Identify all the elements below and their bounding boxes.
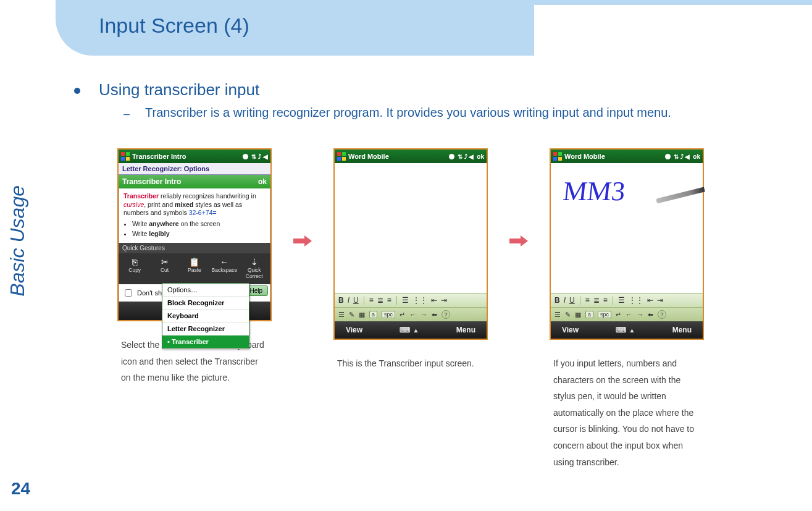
space-button[interactable]: spc <box>598 311 611 318</box>
left-arrow-icon[interactable]: ← <box>626 311 632 318</box>
bullet-heading-row: Using transcriber input <box>74 80 812 99</box>
menu-softkey[interactable]: Menu <box>456 326 475 334</box>
align-left-icon[interactable]: ≡ <box>585 296 590 305</box>
backspace-icon[interactable]: ⬅ <box>648 311 653 319</box>
right-arrow-icon[interactable]: → <box>637 311 643 318</box>
titlebar-1: Transcriber Intro ⇅ ⤴ ◀ <box>119 150 270 163</box>
outdent-icon[interactable]: ⇤ <box>431 296 437 305</box>
enter-icon[interactable]: ↵ <box>400 311 405 319</box>
keyboard-icon[interactable]: ⌨ <box>616 326 626 334</box>
align-center-icon[interactable]: ≣ <box>377 296 383 305</box>
input-arrow-icon[interactable]: ▲ <box>412 327 419 334</box>
outdent-icon[interactable]: ⇤ <box>647 296 653 305</box>
menu-softkey[interactable]: Menu <box>672 326 692 334</box>
titlebar-2-text: Word Mobile <box>348 153 389 160</box>
status-icons: ⇅ ⤴ ◀ <box>243 153 268 160</box>
underline-button[interactable]: U <box>353 296 359 305</box>
green-header-ok[interactable]: ok <box>258 177 267 186</box>
mode-a-button[interactable]: a <box>585 311 593 318</box>
popup-keyboard[interactable]: Keyboard <box>162 310 249 323</box>
bold-button[interactable]: B <box>338 296 344 305</box>
gesture-back-icon: ← <box>211 257 237 267</box>
left-arrow-icon[interactable]: ← <box>409 311 416 318</box>
list-bullet-icon[interactable]: ⋮⋮ <box>629 296 643 305</box>
gestures-row: ⎘Copy ✂Cut 📋Paste ←Backspace ⇣Quick Corr… <box>119 253 270 284</box>
ok-button[interactable]: ok <box>477 153 484 160</box>
gesture-cut[interactable]: ✂Cut <box>152 257 178 279</box>
tool-icon[interactable]: ☰ <box>338 311 345 319</box>
keyboard-icon[interactable]: ⌨ <box>400 326 410 334</box>
bold-button[interactable]: B <box>555 296 560 305</box>
handwriting-sample: MM3 <box>561 175 627 207</box>
gestures-header: Quick Gestures <box>119 243 270 253</box>
tool-icon[interactable]: ✎ <box>565 311 571 319</box>
intro-bullet-1: Write anywhere on the screen <box>132 220 266 229</box>
tool-icon[interactable]: ☰ <box>555 311 561 319</box>
intro-b1-seg: Write <box>132 220 149 227</box>
gesture-backspace[interactable]: ←Backspace <box>211 257 237 279</box>
sub-titlebar: Letter Recognizer: Options <box>119 163 270 175</box>
underline-button[interactable]: U <box>569 296 575 305</box>
page-number: 24 <box>11 479 30 499</box>
intro-word-mixed: mixed <box>175 201 193 208</box>
dont-show-row: Don't sh Options… Block Recognizer Keybo… <box>119 284 270 302</box>
gesture-label: Cut <box>161 267 169 273</box>
format-toolbar: B I U ≡ ≣ ≡ ☰ ⋮⋮ ⇤ ⇥ <box>335 293 487 307</box>
arrow-2 <box>488 148 550 334</box>
enter-icon[interactable]: ↵ <box>616 311 621 319</box>
ok-button[interactable]: ok <box>693 153 700 160</box>
gesture-cut-icon: ✂ <box>152 257 178 267</box>
align-right-icon[interactable]: ≡ <box>603 296 608 305</box>
space-button[interactable]: spc <box>382 311 395 318</box>
gesture-copy-icon: ⎘ <box>122 257 148 267</box>
align-center-icon[interactable]: ≣ <box>593 296 600 305</box>
align-right-icon[interactable]: ≡ <box>387 296 391 305</box>
screenshot-3: Word Mobile ⇅ ⤴ ◀ ok MM3 B I U ≡ ≣ ≡ <box>550 148 704 470</box>
popup-block-recognizer[interactable]: Block Recognizer <box>162 297 249 310</box>
gesture-quick-correct[interactable]: ⇣Quick Correct <box>241 257 267 279</box>
list-bullet-icon[interactable]: ⋮⋮ <box>412 296 427 305</box>
gesture-paste-icon: 📋 <box>182 257 207 267</box>
windows-flag-icon <box>337 152 346 161</box>
view-softkey[interactable]: View <box>562 326 579 334</box>
document-area-handwriting[interactable]: MM3 <box>551 163 703 293</box>
intro-text: Transcriber reliably recognizes handwrit… <box>119 188 270 243</box>
tool-icon[interactable]: ▦ <box>359 311 365 319</box>
list-number-icon[interactable]: ☰ <box>402 296 409 305</box>
green-header-title: Transcriber Intro <box>122 177 181 186</box>
sub-dash-icon: – <box>123 106 130 122</box>
status-icons: ⇅ ⤴ ◀ ok <box>665 153 700 160</box>
green-header: Transcriber Intro ok <box>119 175 270 188</box>
dont-show-label: Don't sh <box>137 289 162 297</box>
separator-icon <box>580 296 580 305</box>
gesture-copy[interactable]: ⎘Copy <box>122 257 148 279</box>
popup-options[interactable]: Options… <box>162 284 249 297</box>
help-icon[interactable]: ? <box>442 310 450 319</box>
right-arrow-icon[interactable]: → <box>421 311 427 318</box>
signal-dot-icon <box>449 154 454 159</box>
page-title: Input Screen (4) <box>99 14 249 38</box>
align-left-icon[interactable]: ≡ <box>369 296 374 305</box>
status-icons: ⇅ ⤴ ◀ ok <box>449 153 484 160</box>
mode-a-button[interactable]: a <box>369 311 377 318</box>
gesture-paste[interactable]: 📋Paste <box>182 257 207 279</box>
soft-key-bar: View ⌨▲ Menu <box>551 321 703 339</box>
tool-icon[interactable]: ✎ <box>349 311 354 319</box>
popup-transcriber[interactable]: Transcriber <box>162 336 249 348</box>
indent-icon[interactable]: ⇥ <box>657 296 663 305</box>
tool-icon[interactable]: ▦ <box>575 311 581 319</box>
document-area-blank[interactable] <box>335 163 487 293</box>
transcriber-toolbar: ☰ ✎ ▦ a spc ↵ ← → ⬅ ? <box>551 307 703 321</box>
italic-button[interactable]: I <box>348 296 349 305</box>
popup-letter-recognizer[interactable]: Letter Recognizer <box>162 323 249 336</box>
view-softkey[interactable]: View <box>346 326 362 334</box>
intro-numbers: 32-6+74= <box>189 209 217 216</box>
dont-show-checkbox[interactable] <box>125 289 132 297</box>
help-icon[interactable]: ? <box>658 310 666 319</box>
input-arrow-icon[interactable]: ▲ <box>629 327 635 334</box>
italic-button[interactable]: I <box>564 296 566 305</box>
gesture-correct-icon: ⇣ <box>241 257 267 267</box>
list-number-icon[interactable]: ☰ <box>618 296 625 305</box>
indent-icon[interactable]: ⇥ <box>441 296 447 305</box>
backspace-icon[interactable]: ⬅ <box>432 311 437 319</box>
